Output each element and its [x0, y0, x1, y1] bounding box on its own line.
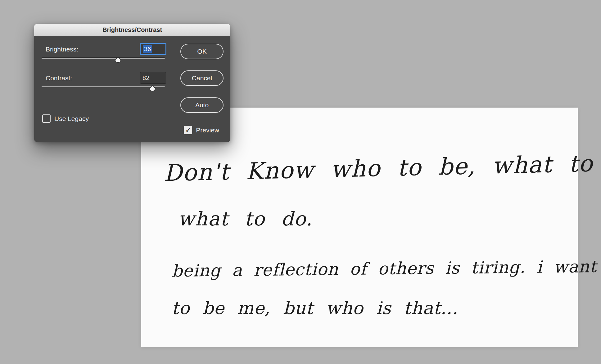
brightness-slider[interactable] [42, 56, 165, 65]
dialog-titlebar[interactable]: Brightness/Contrast [34, 24, 230, 36]
handwriting-line-3: being a reflection of others is tiring. … [172, 257, 597, 281]
handwriting-line-4: to be me, but who is that... [172, 298, 458, 318]
contrast-value: 82 [142, 74, 149, 82]
contrast-label: Contrast: [46, 74, 72, 82]
preview-label: Preview [196, 127, 219, 134]
handwriting-line-2: what to do. [178, 207, 313, 230]
contrast-slider[interactable] [42, 84, 165, 94]
auto-button[interactable]: Auto [180, 97, 224, 113]
brightness-slider-track[interactable] [42, 58, 165, 59]
use-legacy-row[interactable]: ✓ Use Legacy [42, 114, 89, 123]
handwriting-line-1: Don't Know who to be, what to be, [163, 149, 601, 186]
preview-checkbox[interactable]: ✓ [184, 126, 192, 134]
use-legacy-label: Use Legacy [54, 115, 89, 122]
slider-thumb-shape [115, 57, 121, 64]
slider-thumb-shape [149, 85, 156, 93]
brightness-input[interactable]: 36 [140, 43, 166, 55]
checkmark-icon: ✓ [185, 127, 191, 133]
dialog-title: Brightness/Contrast [102, 26, 162, 33]
brightness-value: 36 [143, 45, 152, 53]
ok-button[interactable]: OK [180, 44, 224, 59]
use-legacy-checkbox[interactable]: ✓ [42, 114, 51, 123]
contrast-slider-track[interactable] [42, 86, 165, 87]
brightness-label: Brightness: [46, 46, 78, 53]
brightness-contrast-dialog: Brightness/Contrast Brightness: 36 Contr… [34, 24, 230, 142]
photoshop-workspace: Don't Know who to be, what to be, what t… [0, 0, 601, 364]
brightness-slider-thumb[interactable] [115, 57, 121, 64]
document-canvas[interactable]: Don't Know who to be, what to be, what t… [141, 108, 578, 347]
contrast-input[interactable]: 82 [140, 72, 166, 84]
contrast-slider-thumb[interactable] [149, 85, 156, 93]
preview-row[interactable]: ✓ Preview [184, 126, 219, 134]
cancel-button[interactable]: Cancel [180, 70, 224, 86]
